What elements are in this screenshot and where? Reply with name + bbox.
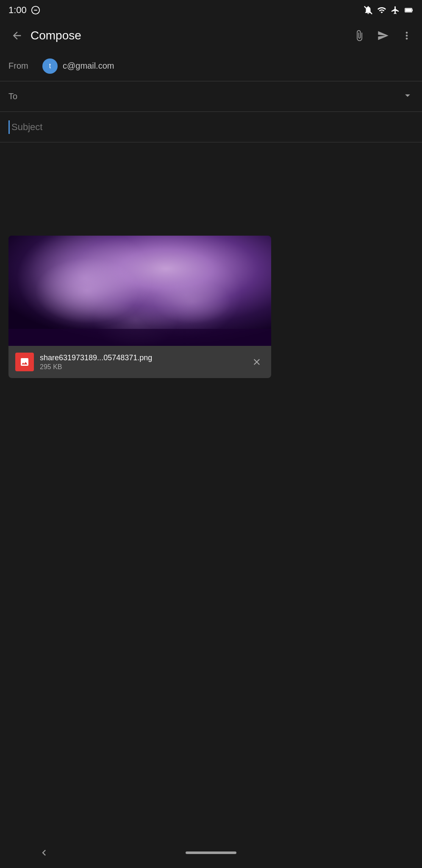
back-nav-button[interactable] — [34, 843, 54, 863]
send-button[interactable] — [375, 27, 391, 44]
compose-body[interactable] — [0, 142, 422, 227]
app-bar: Compose — [0, 20, 422, 51]
status-bar: 1:00 — [0, 0, 422, 20]
more-options-button[interactable] — [398, 27, 415, 44]
attachment-size: 295 KB — [40, 363, 249, 371]
status-left: 1:00 — [8, 5, 40, 16]
notification-muted-icon — [364, 6, 373, 15]
from-label: From — [8, 61, 42, 71]
svg-rect-4 — [412, 9, 413, 11]
attachment-info-bar: share631973189...05748371.png 295 KB — [8, 346, 271, 378]
to-input[interactable] — [42, 92, 414, 101]
svg-rect-9 — [8, 329, 271, 346]
home-indicator[interactable] — [186, 851, 236, 854]
status-right — [364, 6, 414, 15]
attachment-type-icon — [15, 353, 34, 371]
from-value: t c@gmail.com — [42, 58, 414, 74]
attachment-container: share631973189...05748371.png 295 KB — [8, 236, 271, 378]
back-button[interactable] — [7, 25, 27, 46]
to-row[interactable]: To — [0, 81, 422, 112]
to-label: To — [8, 92, 42, 101]
wifi-icon — [377, 6, 386, 15]
sender-avatar: t — [42, 58, 58, 74]
svg-rect-3 — [405, 8, 412, 11]
attach-button[interactable] — [351, 27, 368, 44]
status-time: 1:00 — [8, 5, 27, 16]
attachment-filename: share631973189...05748371.png — [40, 353, 249, 362]
attachment-preview-image — [8, 236, 271, 346]
app-bar-actions — [351, 27, 415, 44]
remove-attachment-button[interactable] — [249, 354, 264, 370]
attachment-details: share631973189...05748371.png 295 KB — [40, 353, 249, 371]
do-not-disturb-icon — [31, 6, 40, 15]
text-cursor — [8, 120, 10, 134]
sender-email: c@gmail.com — [63, 61, 114, 71]
battery-icon — [404, 6, 414, 15]
subject-input[interactable] — [11, 122, 414, 133]
page-title: Compose — [31, 29, 351, 42]
to-expand-button[interactable] — [402, 89, 414, 104]
compose-form: From t c@gmail.com To — [0, 51, 422, 142]
bottom-nav — [0, 837, 422, 868]
from-row: From t c@gmail.com — [0, 51, 422, 81]
airplane-mode-icon — [391, 6, 400, 15]
subject-row[interactable] — [0, 112, 422, 142]
